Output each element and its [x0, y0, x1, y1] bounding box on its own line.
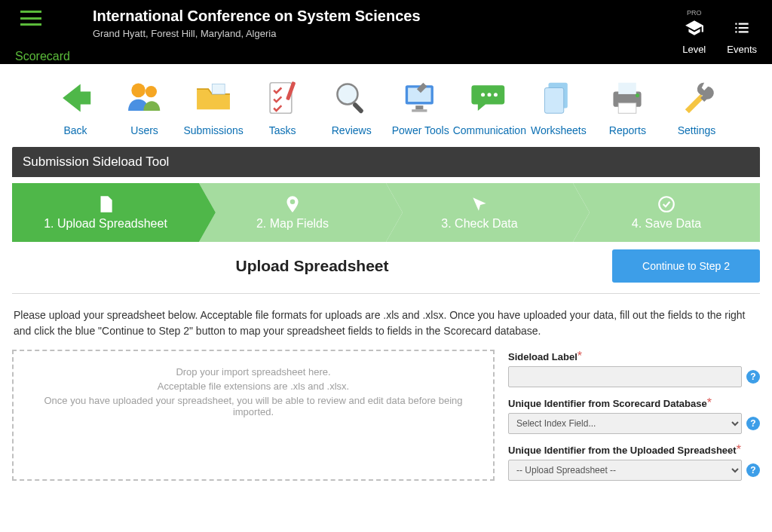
- svg-point-13: [488, 93, 492, 96]
- db-id-row: Unique Identifier from Scorecard Databas…: [508, 396, 760, 434]
- worksheets-button[interactable]: Worksheets: [528, 78, 589, 136]
- help-icon[interactable]: ?: [746, 370, 760, 384]
- back-button[interactable]: Back: [45, 78, 106, 136]
- svg-rect-3: [212, 84, 225, 94]
- documents-icon: [538, 78, 579, 118]
- conference-subtitle: Grand Hyatt, Forest Hill, Maryland, Alge…: [93, 28, 421, 39]
- required-marker: *: [707, 396, 712, 409]
- required-marker: *: [737, 443, 741, 456]
- upload-id-row: Unique Identifier from the Uploaded Spre…: [508, 443, 760, 481]
- app-header: Scorecard International Conference on Sy…: [0, 0, 772, 64]
- printer-icon: [607, 78, 648, 118]
- title-block: International Conference on System Scien…: [93, 6, 421, 39]
- gear-check-icon: [657, 194, 676, 214]
- section-title: Submission Sideload Tool: [12, 147, 760, 177]
- brand-label: Scorecard: [15, 50, 70, 63]
- graduation-cap-icon: [685, 18, 704, 38]
- svg-rect-10: [415, 105, 423, 109]
- arrow-left-icon: [55, 78, 96, 118]
- users-icon: [124, 78, 165, 118]
- svg-point-20: [636, 93, 639, 97]
- upload-id-select[interactable]: -- Upload Spreadsheet --: [508, 460, 742, 481]
- svg-marker-0: [63, 84, 90, 112]
- sideload-label-label: Sideload Label: [508, 351, 577, 362]
- step-map-fields[interactable]: 2. Map Fields: [199, 183, 386, 242]
- communication-button[interactable]: Communication: [459, 78, 519, 136]
- sideload-label-input[interactable]: [508, 366, 742, 387]
- step-save-data[interactable]: 4. Save Data: [573, 183, 760, 242]
- power-tools-button[interactable]: Power Tools: [391, 78, 451, 136]
- map-pin-icon: [283, 194, 302, 214]
- submissions-button[interactable]: Submissions: [183, 78, 244, 136]
- instructions-text: Please upload your spreadsheet below. Ac…: [14, 307, 758, 339]
- lower-panel: Drop your import spreadsheet here. Accep…: [12, 350, 760, 481]
- required-marker: *: [577, 350, 582, 362]
- svg-point-21: [659, 197, 674, 212]
- conference-title: International Conference on System Scien…: [93, 8, 421, 25]
- checklist-icon: [262, 78, 303, 118]
- users-button[interactable]: Users: [115, 78, 175, 136]
- help-icon[interactable]: ?: [746, 417, 760, 430]
- sideload-form: Sideload Label* ? Unique Identifier from…: [508, 350, 760, 481]
- svg-rect-18: [619, 83, 637, 94]
- svg-point-14: [494, 93, 498, 96]
- upload-dropzone[interactable]: Drop your import spreadsheet here. Accep…: [12, 350, 495, 481]
- reviews-button[interactable]: Reviews: [321, 78, 381, 136]
- folder-icon: [193, 78, 234, 118]
- header-left: Scorecard International Conference on Sy…: [15, 6, 421, 63]
- continue-button[interactable]: Continue to Step 2: [612, 249, 760, 283]
- level-button[interactable]: PRO Level: [682, 9, 706, 55]
- pro-badge: PRO: [687, 9, 702, 17]
- cursor-icon: [470, 194, 489, 214]
- level-label: Level: [682, 44, 706, 55]
- tools-icon: [676, 78, 717, 118]
- dropzone-line2: Acceptable file extensions are .xls and …: [158, 381, 349, 392]
- menu-icon[interactable]: [20, 11, 41, 26]
- step-check-data[interactable]: 3. Check Data: [386, 183, 573, 242]
- list-icon: [732, 18, 752, 38]
- db-id-label: Unique Identifier from Scorecard Databas…: [508, 398, 707, 409]
- events-button[interactable]: Events: [727, 9, 757, 55]
- magnifier-icon: [331, 78, 372, 118]
- spreadsheet-icon: [96, 194, 115, 214]
- step-upload-spreadsheet[interactable]: 1. Upload Spreadsheet: [12, 183, 199, 242]
- settings-button[interactable]: Settings: [666, 78, 727, 136]
- reports-button[interactable]: Reports: [597, 78, 657, 136]
- header-right: PRO Level Events: [682, 6, 757, 55]
- db-id-select[interactable]: Select Index Field...: [508, 413, 742, 434]
- events-label: Events: [727, 44, 757, 55]
- monitor-wrench-icon: [400, 78, 441, 118]
- svg-rect-16: [544, 88, 563, 114]
- main-toolbar: Back Users Submissions Tasks Reviews Pow…: [0, 64, 772, 147]
- svg-rect-7: [352, 102, 364, 114]
- svg-point-1: [131, 84, 146, 98]
- upload-id-label: Unique Identifier from the Uploaded Spre…: [508, 445, 737, 456]
- page-title: Upload Spreadsheet: [12, 257, 612, 275]
- sideload-label-row: Sideload Label* ?: [508, 350, 760, 387]
- tasks-button[interactable]: Tasks: [253, 78, 313, 136]
- svg-point-12: [481, 93, 485, 96]
- dropzone-line3: Once you have uploaded your spreadsheet,…: [36, 395, 470, 417]
- help-icon[interactable]: ?: [746, 463, 760, 477]
- svg-point-6: [338, 84, 358, 104]
- svg-rect-11: [412, 109, 427, 112]
- dropzone-line1: Drop your import spreadsheet here.: [176, 366, 330, 378]
- svg-rect-19: [619, 103, 637, 114]
- wizard-steps: 1. Upload Spreadsheet 2. Map Fields 3. C…: [12, 183, 760, 242]
- chat-icon: [469, 78, 510, 118]
- svg-point-2: [145, 86, 156, 97]
- page-title-row: Upload Spreadsheet Continue to Step 2: [12, 249, 760, 294]
